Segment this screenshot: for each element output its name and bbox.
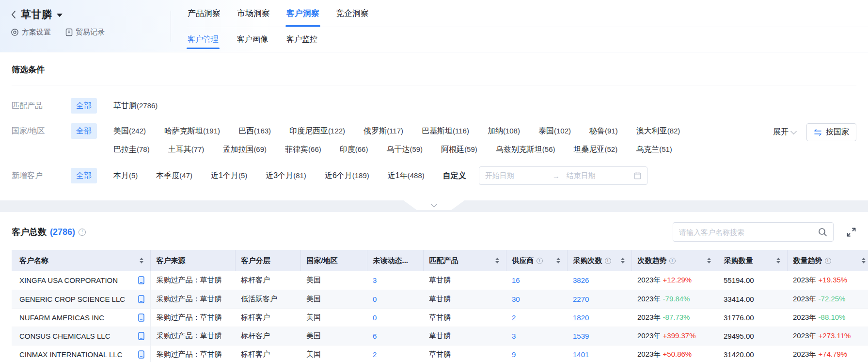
sort-icon[interactable]	[140, 258, 144, 263]
info-icon[interactable]	[79, 229, 86, 236]
purchase-times-link[interactable]: 3826	[573, 276, 589, 284]
tab-market-insight[interactable]: 市场洞察	[236, 0, 271, 27]
purchase-times-link[interactable]: 2270	[573, 295, 589, 303]
tab-product-insight[interactable]: 产品洞察	[187, 0, 221, 27]
country-option[interactable]: 印度(66)	[340, 142, 368, 157]
country-all-chip[interactable]: 全部	[71, 123, 97, 139]
contact-phone-icon[interactable]	[138, 332, 144, 340]
country-option[interactable]: 孟加拉国(69)	[222, 142, 267, 157]
title-dropdown-caret-icon[interactable]	[57, 14, 63, 17]
country-option[interactable]: 美国(242)	[113, 123, 146, 139]
country-option[interactable]: 俄罗斯(117)	[363, 123, 403, 139]
info-icon[interactable]	[669, 258, 676, 264]
country-option[interactable]: 秘鲁(91)	[589, 123, 618, 139]
country-option[interactable]: 泰国(102)	[538, 123, 571, 139]
table-row[interactable]: NUFARM AMERICAS INC采购过产品：草甘膦标杆客户美国0草甘膦21…	[12, 308, 868, 327]
trade-records-button[interactable]: 贸易记录	[65, 28, 105, 37]
info-icon[interactable]	[605, 258, 611, 264]
unread-count-link[interactable]: 6	[373, 332, 377, 340]
back-icon[interactable]	[11, 10, 16, 19]
purchase-times-link[interactable]: 1401	[573, 350, 589, 359]
tab-competitor-insight[interactable]: 竞企洞察	[335, 0, 370, 27]
country-option[interactable]: 乌干达(59)	[386, 142, 423, 157]
country-option[interactable]: 巴拉圭(78)	[113, 142, 150, 157]
table-row[interactable]: CINMAX INTERNATIONAL LLC采购过产品：草甘膦标杆客户美国2…	[12, 345, 868, 362]
unread-count-link[interactable]: 0	[373, 313, 377, 322]
expand-link[interactable]: 展开	[773, 127, 796, 137]
country-option[interactable]: 哈萨克斯坦(191)	[164, 123, 220, 139]
table-row[interactable]: CONSUS CHEMICALS LLC采购过产品：草甘膦标杆客户美国6草甘膦3…	[12, 327, 868, 345]
tab-customer-profile[interactable]: 客户画像	[236, 27, 269, 52]
country-option[interactable]: 加纳(108)	[488, 123, 520, 139]
plan-settings-button[interactable]: 方案设置	[11, 28, 51, 37]
sort-icon[interactable]	[707, 258, 712, 263]
country-option[interactable]: 澳大利亚(82)	[636, 123, 680, 139]
match-product-option[interactable]: 草甘膦(2786)	[113, 98, 158, 114]
unread-count-link[interactable]: 2	[373, 350, 377, 359]
sort-icon[interactable]	[862, 258, 867, 263]
unread-count-link[interactable]: 0	[373, 295, 377, 303]
custom-range-link[interactable]: 自定义	[443, 168, 466, 183]
col-supplier[interactable]: 供应商	[506, 250, 567, 271]
new-customer-option[interactable]: 本月(5)	[113, 168, 138, 183]
table-row[interactable]: XINGFA USA CORPORATION采购过产品：草甘膦标杆客户美国3草甘…	[12, 271, 868, 290]
supplier-count-link[interactable]: 3	[512, 332, 516, 340]
customer-search-input[interactable]	[679, 228, 818, 236]
col-product[interactable]: 匹配产品	[423, 250, 506, 271]
option-name: 乌克兰	[636, 145, 659, 153]
col-purchase-times[interactable]: 采购次数	[567, 250, 631, 271]
country-option[interactable]: 乌克兰(51)	[636, 142, 672, 157]
contact-phone-icon[interactable]	[138, 313, 144, 322]
col-qty-trend[interactable]: 数量趋势	[787, 250, 868, 271]
sort-icon[interactable]	[495, 258, 500, 263]
supplier-count-link[interactable]: 16	[512, 276, 520, 284]
customer-search-box[interactable]	[673, 222, 834, 242]
sort-icon[interactable]	[621, 258, 626, 263]
cell-qty-trend: 2023年 -72.25%	[787, 290, 868, 308]
country-option[interactable]: 巴基斯坦(116)	[422, 123, 469, 139]
search-icon[interactable]	[818, 228, 827, 237]
by-country-button[interactable]: 按国家	[806, 123, 856, 141]
contact-phone-icon[interactable]	[138, 276, 144, 284]
fullscreen-icon[interactable]	[846, 227, 856, 237]
match-product-all-chip[interactable]: 全部	[71, 98, 97, 114]
country-option[interactable]: 巴西(163)	[238, 123, 271, 139]
country-option[interactable]: 乌兹别克斯坦(56)	[496, 142, 555, 157]
country-option[interactable]: 阿根廷(59)	[441, 142, 477, 157]
tab-customer-monitor[interactable]: 客户监控	[285, 27, 318, 52]
date-range-picker[interactable]: 开始日期 → 结束日期	[479, 166, 647, 185]
contact-phone-icon[interactable]	[138, 350, 144, 359]
purchase-times-link[interactable]: 1539	[573, 332, 589, 340]
contact-phone-icon[interactable]	[138, 295, 144, 303]
col-times-trend[interactable]: 次数趋势	[631, 250, 718, 271]
page-title[interactable]: 草甘膦	[21, 8, 52, 21]
new-customer-option[interactable]: 本季度(47)	[156, 168, 192, 183]
sort-icon[interactable]	[556, 258, 561, 263]
table-row[interactable]: GENERIC CROP SCIENCE LLC采购过产品：草甘膦低活跃客户美国…	[12, 290, 868, 308]
country-option[interactable]: 土耳其(77)	[168, 142, 205, 157]
new-customer-option[interactable]: 近6个月(189)	[325, 168, 369, 183]
tab-customer-management[interactable]: 客户管理	[187, 27, 220, 52]
end-date-placeholder[interactable]: 结束日期	[560, 171, 634, 181]
info-icon[interactable]	[825, 258, 831, 264]
supplier-count-link[interactable]: 9	[512, 350, 516, 359]
country-option[interactable]: 坦桑尼亚(52)	[574, 142, 618, 157]
unread-count-link[interactable]: 3	[373, 276, 377, 284]
new-customer-option[interactable]: 近3个月(81)	[266, 168, 306, 183]
new-customer-all-chip[interactable]: 全部	[71, 168, 97, 183]
purchase-times-link[interactable]: 1820	[573, 313, 589, 322]
supplier-count-link[interactable]: 2	[512, 313, 516, 322]
sort-icon[interactable]	[776, 258, 781, 263]
new-customer-option[interactable]: 近1个月(5)	[211, 168, 247, 183]
country-option[interactable]: 菲律宾(66)	[285, 142, 321, 157]
country-option[interactable]: 印度尼西亚(122)	[289, 123, 345, 139]
start-date-placeholder[interactable]: 开始日期	[485, 171, 552, 181]
info-icon[interactable]	[537, 258, 543, 264]
collapse-filters-button[interactable]	[404, 200, 465, 210]
col-purchase-qty[interactable]: 采购数量	[718, 250, 787, 271]
filter-divider	[12, 85, 856, 85]
supplier-count-link[interactable]: 30	[512, 295, 520, 303]
col-name[interactable]: 客户名称	[12, 250, 150, 271]
tab-customer-insight[interactable]: 客户洞察	[285, 0, 320, 27]
new-customer-option[interactable]: 近1年(488)	[388, 168, 425, 183]
